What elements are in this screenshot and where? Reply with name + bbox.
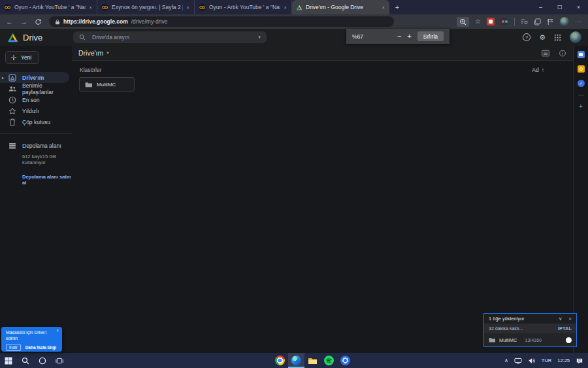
windows-logo-icon bbox=[5, 357, 12, 365]
drive-search-box[interactable]: ▾ bbox=[73, 31, 267, 43]
keep-icon[interactable] bbox=[578, 65, 585, 73]
taskbar-pinned-apps bbox=[272, 353, 353, 368]
help-button[interactable]: ? bbox=[523, 33, 531, 41]
list-view-toggle[interactable] bbox=[542, 50, 549, 57]
upload-status-row: 32 dakika kaldı... İPTAL bbox=[484, 324, 576, 333]
zoom-in-button[interactable]: + bbox=[407, 33, 411, 40]
browser-menu-button[interactable]: ··· bbox=[575, 19, 582, 25]
tab-title: Drive'ım - Google Drive bbox=[306, 4, 378, 10]
action-center-icon bbox=[576, 358, 583, 364]
get-addons-button[interactable]: + bbox=[579, 103, 583, 110]
zoom-page-button[interactable] bbox=[457, 17, 469, 27]
promo-close-icon[interactable]: × bbox=[56, 328, 59, 333]
upload-close-icon[interactable]: × bbox=[569, 316, 572, 322]
start-button[interactable] bbox=[0, 353, 17, 368]
drive-logo[interactable]: Drive bbox=[0, 33, 73, 42]
refresh-button[interactable] bbox=[35, 18, 42, 25]
favorite-star-button[interactable]: ☆ bbox=[475, 18, 481, 25]
tab-close-icon[interactable]: × bbox=[186, 5, 190, 10]
sidebar-item-shared-with-me[interactable]: Benimle paylaşılanlar bbox=[0, 83, 69, 94]
account-avatar[interactable] bbox=[570, 31, 581, 43]
upload-item-row[interactable]: MultiMC 13/4160 bbox=[484, 333, 576, 346]
collapse-chevron-icon[interactable]: ∨ bbox=[559, 316, 563, 322]
forum-favicon-icon bbox=[101, 4, 108, 11]
drive-header: Drive ▾ ? ⚙ bbox=[0, 29, 588, 46]
explorer-folder-icon bbox=[308, 357, 318, 365]
download-button[interactable]: İndir bbox=[6, 344, 21, 351]
tab-title: Oyun - Artık YouTube ' a "Nasıl B bbox=[14, 4, 86, 10]
learn-more-link[interactable]: Daha fazla bilgi bbox=[25, 345, 56, 350]
tab-close-icon[interactable]: × bbox=[382, 5, 385, 10]
zoom-reset-button[interactable]: Sıfırla bbox=[417, 31, 444, 41]
minimize-button[interactable]: – bbox=[531, 0, 550, 14]
browser-profile-avatar[interactable] bbox=[560, 17, 569, 26]
feedback-button[interactable] bbox=[547, 18, 554, 25]
expand-arrow-icon[interactable]: ▸ bbox=[2, 75, 4, 80]
clock[interactable]: 12:25 bbox=[557, 358, 570, 363]
zoom-out-button[interactable]: − bbox=[397, 33, 401, 40]
cancel-upload-button[interactable]: İPTAL bbox=[558, 326, 572, 331]
collections-button[interactable] bbox=[534, 18, 541, 25]
maximize-button[interactable]: ☐ bbox=[550, 0, 569, 14]
settings-gear-button[interactable]: ⚙ bbox=[539, 34, 546, 41]
favorites-bar-button[interactable] bbox=[521, 18, 528, 25]
location-caret-icon[interactable]: ▾ bbox=[106, 50, 109, 56]
search-options-caret-icon[interactable]: ▾ bbox=[258, 35, 261, 40]
language-indicator[interactable]: TUR bbox=[542, 358, 551, 363]
sort-ascending-icon: ↑ bbox=[542, 67, 544, 73]
extension-icon[interactable] bbox=[500, 18, 508, 25]
sidebar-item-label: Depolama alanı bbox=[22, 142, 61, 149]
new-button[interactable]: Yeni bbox=[5, 51, 39, 64]
sidebar-item-label: Yıldızlı bbox=[22, 108, 39, 114]
sidebar-item-trash[interactable]: Çöp kutusu bbox=[0, 116, 69, 127]
browser-tab-1[interactable]: Oyun - Artık YouTube ' a "Nasıl B × bbox=[0, 0, 97, 14]
google-apps-button[interactable] bbox=[554, 34, 561, 41]
spotify-app-button[interactable] bbox=[321, 353, 337, 368]
forward-button[interactable]: → bbox=[20, 18, 27, 25]
lock-icon bbox=[55, 19, 60, 25]
back-button[interactable]: ← bbox=[6, 18, 13, 25]
sidebar-item-label: Benimle paylaşılanlar bbox=[22, 82, 69, 95]
task-view-button[interactable] bbox=[51, 353, 68, 368]
sidebar-item-starred[interactable]: Yıldızlı bbox=[0, 105, 69, 116]
search-input[interactable] bbox=[91, 33, 253, 41]
adblock-extension-icon[interactable]: 3 bbox=[487, 18, 495, 25]
forum-favicon-icon bbox=[4, 4, 11, 11]
buy-storage-link[interactable]: Depolama alanı satın al bbox=[0, 174, 72, 186]
cortana-button[interactable] bbox=[34, 353, 51, 368]
details-button[interactable] bbox=[559, 50, 566, 57]
new-tab-button[interactable]: + bbox=[389, 0, 405, 14]
feedback-flag-icon bbox=[547, 18, 554, 25]
sidebar-item-recent[interactable]: En son bbox=[0, 94, 69, 105]
tab-close-icon[interactable]: × bbox=[89, 5, 93, 10]
location-header: Drive'ım ▾ bbox=[72, 46, 573, 61]
sidebar-item-storage[interactable]: Depolama alanı bbox=[0, 140, 69, 151]
tray-overflow-chevron[interactable]: ∧ bbox=[504, 358, 508, 363]
sidebar-item-my-drive[interactable]: ▸ Drive'ım bbox=[0, 72, 69, 83]
address-bar[interactable]: https://drive.google.com/drive/my-drive bbox=[49, 16, 394, 27]
section-row: Klasörler Ad ↑ bbox=[72, 61, 573, 77]
chrome-app-button[interactable] bbox=[272, 353, 288, 368]
browser-tab-active-drive[interactable]: Drive'ım - Google Drive × bbox=[292, 0, 389, 14]
location-title[interactable]: Drive'ım bbox=[78, 49, 103, 57]
volume-tray-button[interactable] bbox=[528, 358, 536, 364]
search-icon bbox=[79, 34, 86, 41]
file-explorer-button[interactable] bbox=[304, 353, 321, 368]
taskbar-search-button[interactable] bbox=[17, 353, 34, 368]
app-button-blue[interactable] bbox=[337, 353, 353, 368]
workspace-side-panel: ✓ + bbox=[573, 46, 588, 353]
edge-app-button[interactable] bbox=[288, 353, 304, 368]
calendar-icon[interactable] bbox=[578, 51, 585, 58]
screen: Oyun - Artık YouTube ' a "Nasıl B × Exyn… bbox=[0, 0, 588, 368]
zoom-level: %67 bbox=[352, 33, 363, 40]
network-tray-button[interactable] bbox=[514, 358, 522, 364]
toolbar-right: ☆ 3 ··· bbox=[457, 17, 582, 27]
close-window-button[interactable]: × bbox=[569, 0, 588, 14]
browser-tab-3[interactable]: Oyun - Artık YouTube ' a "Nasıl B × bbox=[195, 0, 292, 14]
tab-close-icon[interactable]: × bbox=[284, 5, 287, 10]
sort-control[interactable]: Ad ↑ bbox=[532, 67, 544, 73]
browser-tab-2[interactable]: Exynos ön yargısı. | Sayfa 2 | SDN × bbox=[97, 0, 195, 14]
tasks-icon[interactable]: ✓ bbox=[578, 80, 585, 87]
action-center-button[interactable] bbox=[576, 358, 583, 364]
folder-card-multimc[interactable]: MultiMC bbox=[79, 77, 135, 92]
